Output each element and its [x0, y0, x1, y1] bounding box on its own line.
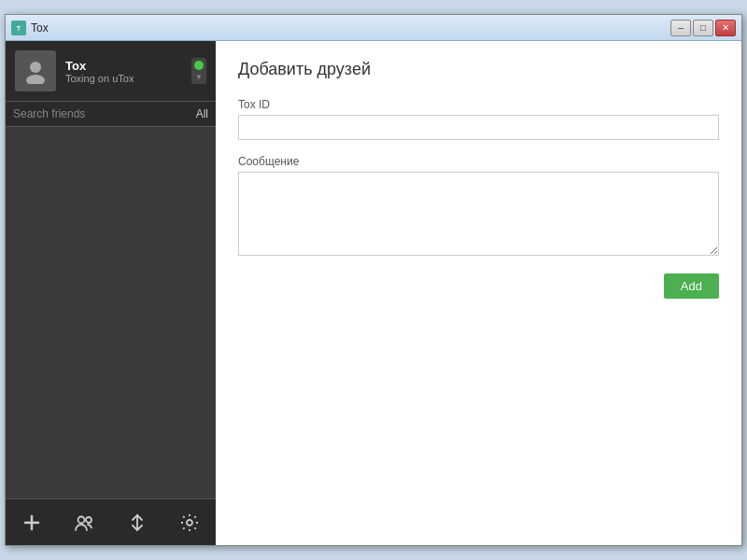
svg-point-7	[86, 517, 92, 523]
add-button[interactable]: Add	[664, 273, 719, 299]
svg-text:T: T	[17, 25, 21, 32]
minimize-button[interactable]: –	[670, 20, 691, 36]
tox-id-input[interactable]	[238, 115, 719, 140]
message-group: Сообщение	[238, 155, 719, 259]
settings-button[interactable]	[171, 504, 208, 541]
right-panel: Добавить друзей Tox ID Сообщение Add	[216, 41, 741, 545]
search-bar: All	[6, 102, 216, 127]
profile-name: Tox	[65, 59, 182, 73]
profile-status: Toxing on uTox	[65, 73, 182, 84]
titlebar-left: T Tox	[11, 21, 49, 35]
message-textarea[interactable]	[238, 172, 719, 256]
titlebar-controls: – □ ✕	[670, 20, 736, 36]
status-indicator[interactable]: ▼	[191, 58, 206, 84]
all-filter-button[interactable]: All	[189, 104, 216, 124]
status-arrow-icon: ▼	[195, 73, 203, 81]
titlebar: T Tox – □ ✕	[6, 15, 741, 41]
svg-point-6	[78, 516, 85, 523]
app-icon: T	[11, 21, 26, 35]
sidebar: Tox Toxing on uTox ▼ All	[6, 41, 216, 545]
file-transfer-button[interactable]	[119, 504, 156, 541]
maximize-button[interactable]: □	[693, 20, 713, 36]
svg-point-3	[26, 75, 45, 84]
add-button-row: Add	[238, 273, 719, 299]
friends-list[interactable]	[6, 127, 216, 498]
main-content: Tox Toxing on uTox ▼ All	[6, 41, 741, 545]
message-label: Сообщение	[238, 155, 719, 168]
tox-id-group: Tox ID	[238, 98, 719, 140]
tox-id-label: Tox ID	[238, 98, 719, 111]
svg-point-10	[187, 520, 192, 525]
add-friend-button[interactable]	[13, 504, 50, 541]
search-input[interactable]	[6, 102, 189, 126]
titlebar-title: Tox	[31, 21, 49, 35]
status-dot	[194, 61, 204, 70]
profile-section: Tox Toxing on uTox ▼	[6, 41, 216, 102]
panel-title: Добавить друзей	[238, 60, 719, 79]
close-button[interactable]: ✕	[715, 20, 736, 36]
svg-point-2	[30, 62, 41, 73]
main-window: T Tox – □ ✕ Tox	[5, 14, 742, 546]
profile-info: Tox Toxing on uTox	[65, 59, 182, 84]
avatar	[15, 50, 56, 91]
bottom-toolbar	[6, 498, 216, 545]
group-chat-button[interactable]	[65, 504, 103, 541]
